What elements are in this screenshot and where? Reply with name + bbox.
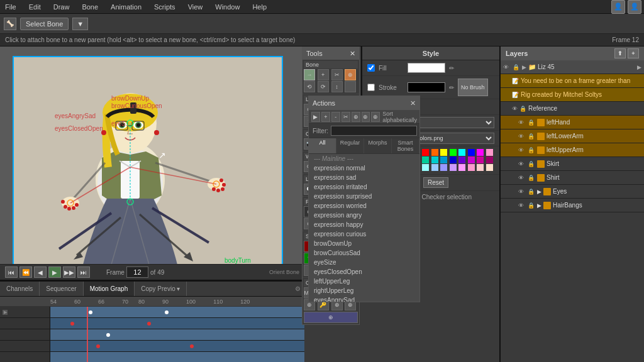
swatch-2-10[interactable] bbox=[450, 156, 457, 163]
act-btn-5[interactable]: ⊕ bbox=[352, 112, 360, 122]
stroke-checkbox[interactable] bbox=[367, 84, 375, 91]
swatch-c1[interactable] bbox=[458, 149, 465, 156]
act-btn-4[interactable]: ✂ bbox=[341, 112, 350, 122]
menu-scripts[interactable]: Scripts bbox=[152, 2, 178, 12]
menu-bone[interactable]: Bone bbox=[79, 2, 101, 12]
filter-input[interactable] bbox=[331, 126, 417, 136]
sort-alphabetically-btn[interactable]: Sort alphabetically bbox=[382, 111, 417, 123]
bone-tool-1[interactable]: → bbox=[304, 69, 315, 80]
action-expression-normal[interactable]: expression normal bbox=[309, 163, 419, 173]
swatch-r2[interactable] bbox=[431, 149, 438, 156]
frame-prev-btn[interactable]: ⏪ bbox=[19, 266, 32, 278]
layer-lua-lock[interactable]: 🔒 bbox=[528, 147, 535, 153]
layer-ey-eye[interactable]: 👁 bbox=[518, 189, 526, 195]
tab-all[interactable]: All bbox=[309, 138, 336, 153]
layer-lh-eye[interactable]: 👁 bbox=[518, 119, 526, 126]
layer-arrow-btn[interactable]: ▶ bbox=[637, 64, 641, 70]
action-expression-sad[interactable]: expression sad bbox=[309, 173, 419, 182]
layer-ref-lock[interactable]: 🔒 bbox=[519, 106, 526, 112]
bone-tool-4[interactable]: ⊕ bbox=[345, 69, 356, 80]
canvas-viewport[interactable]: eyesAngrySad eyeS... browCuriousOpen bro… bbox=[0, 47, 304, 280]
layer-expand-icon[interactable]: ▶ bbox=[522, 64, 526, 70]
swatch-y1[interactable] bbox=[440, 149, 447, 156]
action-brow-down-up[interactable]: browDownUp bbox=[309, 239, 419, 248]
swatch-2-9[interactable] bbox=[440, 156, 447, 163]
act-btn-1[interactable]: ▶ bbox=[311, 112, 320, 122]
action-eyes-angry-sad[interactable]: eyesAngrySad bbox=[309, 295, 419, 302]
swatch-2-7[interactable] bbox=[422, 156, 429, 163]
layer-liz45[interactable]: 👁 🔒 ▶ 📁 Liz 45 ▶ bbox=[501, 60, 644, 74]
frame-start-btn[interactable]: ⏮ bbox=[5, 266, 18, 278]
swatch-3-7[interactable] bbox=[422, 164, 429, 171]
swatch-3-8[interactable] bbox=[431, 164, 438, 171]
menu-edit[interactable]: Edit bbox=[26, 2, 43, 12]
layer-ref-eye[interactable]: 👁 bbox=[512, 106, 518, 112]
act-btn-2[interactable]: + bbox=[321, 112, 330, 122]
action-left-upper-leg[interactable]: leftUpperLeg bbox=[309, 277, 419, 286]
swatch-2-14[interactable] bbox=[486, 156, 493, 163]
swatch-3-13[interactable] bbox=[477, 164, 484, 171]
swatch-3-11[interactable] bbox=[458, 164, 465, 171]
play-btn[interactable]: ▶ bbox=[48, 266, 61, 278]
swatch-3-14[interactable] bbox=[486, 164, 493, 171]
act-btn-7[interactable]: ⊕ bbox=[371, 112, 380, 122]
timeline-content[interactable]: ▶ bbox=[0, 307, 304, 362]
stroke-edit-icon[interactable]: ✏ bbox=[449, 84, 454, 91]
tab-regular[interactable]: Regular bbox=[336, 138, 364, 153]
bone-tool-2[interactable]: + bbox=[318, 69, 329, 80]
reset-btn[interactable]: Reset bbox=[423, 177, 448, 188]
layer-ey-lock[interactable]: 🔒 bbox=[528, 189, 535, 195]
swatch-2-8[interactable] bbox=[431, 156, 438, 163]
action-expression-angry[interactable]: expression angry bbox=[309, 211, 419, 220]
layer-lua-eye[interactable]: 👁 bbox=[518, 147, 526, 153]
menu-window[interactable]: Window bbox=[213, 2, 242, 12]
swatch-b1[interactable] bbox=[468, 149, 475, 156]
action-expression-curious[interactable]: expression curious bbox=[309, 229, 419, 239]
layers-add-btn[interactable]: + bbox=[628, 48, 639, 58]
swatch-p1[interactable] bbox=[486, 149, 493, 156]
layer-lh-lock[interactable]: 🔒 bbox=[528, 119, 535, 126]
act-btn-6[interactable]: ⊕ bbox=[362, 112, 370, 122]
frame-back-btn[interactable]: ◀ bbox=[34, 266, 47, 278]
stroke-color-box[interactable] bbox=[408, 82, 445, 92]
menu-view[interactable]: View bbox=[186, 2, 206, 12]
action-eye-size[interactable]: eyeSize bbox=[309, 258, 419, 267]
bone-tool-8[interactable] bbox=[345, 81, 356, 92]
bone-tool-7[interactable]: ↕ bbox=[331, 81, 343, 92]
layer-lla-lock[interactable]: 🔒 bbox=[528, 133, 535, 140]
oth-tool-9[interactable]: ⊕ bbox=[304, 312, 358, 323]
layer-lla-eye[interactable]: 👁 bbox=[518, 133, 526, 140]
actions-list[interactable]: --- Mainline --- expression normal expre… bbox=[309, 154, 419, 302]
frame-input[interactable] bbox=[126, 266, 148, 278]
tab-sequencer[interactable]: Sequencer bbox=[40, 282, 83, 296]
layer-sh-lock[interactable]: 🔒 bbox=[528, 175, 535, 181]
tab-copy-previo[interactable]: Copy Previo ▾ bbox=[135, 282, 187, 296]
tab-smart-bones[interactable]: Smart Bones bbox=[392, 138, 419, 153]
action-right-upper-leg[interactable]: rightUpperLeg bbox=[309, 286, 419, 295]
layer-leftupperarm[interactable]: 👁 🔒 leftUpperArm bbox=[501, 143, 644, 157]
layer-shirt[interactable]: 👁 🔒 Shirt bbox=[501, 171, 644, 185]
fill-edit-icon[interactable]: ✏ bbox=[449, 65, 454, 72]
track-expand-1[interactable]: ▶ bbox=[3, 310, 8, 315]
swatch-g1[interactable] bbox=[450, 149, 457, 156]
action-eyes-closed-open[interactable]: eyesClosedOpen bbox=[309, 267, 419, 277]
frame-fwd-btn[interactable]: ▶▶ bbox=[63, 266, 75, 278]
select-bone-btn[interactable]: Select Bone bbox=[20, 18, 69, 30]
layer-eye-icon[interactable]: 👁 bbox=[503, 64, 511, 70]
tab-channels[interactable]: Channels bbox=[0, 282, 40, 296]
swatch-2-12[interactable] bbox=[468, 156, 475, 163]
layer-note-1[interactable]: 📝 You need to be on a frame greater than bbox=[501, 74, 644, 88]
layer-lefthand[interactable]: 👁 🔒 leftHand bbox=[501, 116, 644, 129]
actions-close-btn[interactable]: ✕ bbox=[410, 99, 416, 107]
tab-motion-graph[interactable]: Motion Graph bbox=[84, 282, 135, 296]
act-btn-3[interactable]: - bbox=[331, 112, 340, 122]
layer-sh-eye[interactable]: 👁 bbox=[518, 175, 526, 181]
swatch-2-11[interactable] bbox=[458, 156, 465, 163]
layer-hb-eye[interactable]: 👁 bbox=[518, 202, 526, 209]
menu-draw[interactable]: Draw bbox=[51, 2, 72, 12]
bone-tool-6[interactable]: ⟳ bbox=[318, 81, 329, 92]
tab-morphs[interactable]: Morphs bbox=[364, 138, 392, 153]
layer-reference[interactable]: 👁 🔒 Reference bbox=[501, 102, 644, 116]
swatch-m1[interactable] bbox=[477, 149, 484, 156]
layers-expand-btn[interactable]: ⬆ bbox=[614, 48, 626, 58]
